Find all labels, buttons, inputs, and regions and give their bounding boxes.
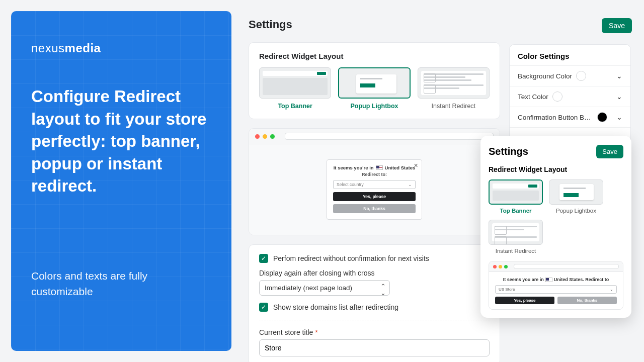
address-bar [285, 133, 494, 140]
flag-icon [545, 278, 552, 282]
check-icon: ✓ [259, 303, 268, 312]
overlay-title: Settings [489, 146, 528, 157]
brand-light: nexus [31, 41, 65, 55]
color-swatch [552, 92, 562, 102]
overlay-save-button[interactable]: Save [596, 145, 623, 158]
options-card: ✓ Perfom redirect without confirmation f… [249, 244, 500, 362]
save-button[interactable]: Save [602, 18, 632, 33]
overlay-option-popup-lightbox[interactable]: Popup Lightbox [549, 179, 603, 214]
color-row-background[interactable]: Background Color ⌄ [510, 65, 630, 86]
preview-select[interactable]: Select country⌄ [333, 180, 416, 189]
overlay-no-button[interactable]: No, thanks [557, 297, 617, 304]
current-store-title-label: Current store title * [259, 328, 490, 336]
color-row-confirm-bg[interactable]: Confirmation Button Backg... ⌄ [510, 107, 630, 127]
chevron-down-icon: ⌄ [616, 113, 622, 121]
select-stepper-icon: ⌃⌄ [380, 283, 386, 296]
color-settings-title: Color Settings [510, 45, 630, 65]
preview-card: ✕ It seems you're in United States Redir… [249, 128, 500, 235]
promo-headline: Configure Redirect layout to fit your st… [31, 85, 211, 198]
browser-chrome [249, 129, 500, 144]
checkbox-redirect-no-confirm[interactable]: ✓ Perfom redirect without confirmation f… [259, 254, 490, 263]
chevron-down-icon: ⌄ [616, 72, 622, 80]
widget-layout-card: Redirect Widget Layout Top Banner Popup … [249, 42, 500, 119]
checkbox-show-domains[interactable]: ✓ Show store domains list after redirect… [259, 303, 490, 312]
brand-logo: nexusmedia [31, 41, 211, 55]
overlay-preview: It seems you are in United States. Redir… [489, 261, 623, 310]
layout-option-popup-lightbox[interactable]: Popup Lightbox [338, 67, 410, 110]
overlay-settings-card: Settings Save Redirect Widget Layout Top… [480, 136, 631, 318]
overlay-yes-button[interactable]: Yes, please [495, 297, 554, 304]
color-swatch [576, 71, 586, 81]
color-row-text[interactable]: Text Color ⌄ [510, 86, 630, 107]
overlay-preview-select[interactable]: US Store⌄ [495, 285, 617, 294]
layout-option-top-banner[interactable]: Top Banner [259, 67, 331, 110]
chevron-down-icon: ⌄ [610, 287, 613, 292]
flag-icon [376, 165, 383, 170]
page-title: Settings [249, 18, 500, 31]
display-again-label: Display again after closing with cross [259, 269, 490, 277]
main-column: Settings Redirect Widget Layout Top Bann… [249, 18, 500, 362]
overlay-section-title: Redirect Widget Layout [489, 165, 623, 173]
close-icon[interactable]: ✕ [414, 162, 418, 169]
layout-option-instant-redirect[interactable]: Instant Redirect [418, 67, 490, 110]
current-store-title-input[interactable] [259, 339, 490, 356]
check-icon: ✓ [259, 254, 268, 263]
preview-no-button[interactable]: No, thanks [333, 204, 416, 213]
widget-layout-title: Redirect Widget Layout [259, 52, 490, 60]
preview-yes-button[interactable]: Yes, please [333, 192, 416, 201]
chevron-down-icon: ⌄ [408, 182, 412, 187]
overlay-option-top-banner[interactable]: Top Banner [489, 179, 543, 214]
promo-panel: nexusmedia Configure Redirect layout to … [11, 11, 231, 351]
preview-popup: ✕ It seems you're in United States Redir… [327, 159, 422, 220]
color-swatch [597, 112, 607, 122]
display-again-select[interactable]: ⌃⌄ [259, 280, 390, 296]
promo-subline: Colors and texts are fully customizable [31, 268, 211, 300]
chevron-down-icon: ⌄ [616, 93, 622, 101]
overlay-option-instant-redirect[interactable]: Instant Redirect [489, 220, 543, 254]
brand-bold: media [65, 41, 101, 55]
